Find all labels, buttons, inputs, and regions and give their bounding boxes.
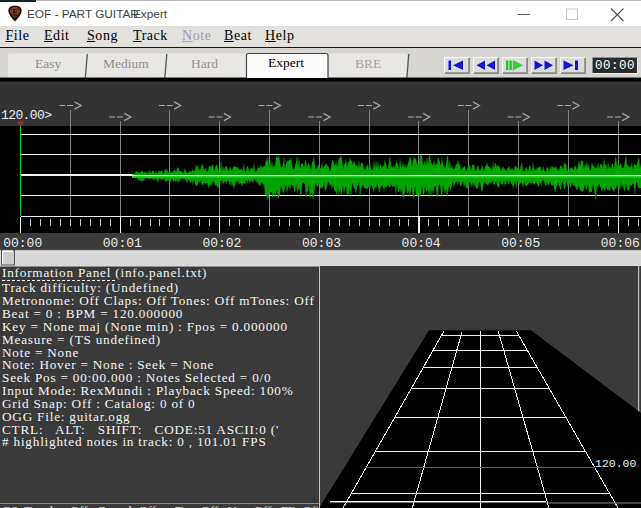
svg-text:00:03: 00:03 <box>302 236 341 251</box>
svg-text:00:06: 00:06 <box>601 236 640 251</box>
svg-text:120.00>: 120.00> <box>1 108 52 123</box>
svg-text:00:04: 00:04 <box>402 236 441 251</box>
svg-text:00:05: 00:05 <box>501 236 540 251</box>
svg-text:00:01: 00:01 <box>103 236 142 251</box>
svg-text:00:00: 00:00 <box>3 236 42 251</box>
svg-text:120.00: 120.00 <box>595 457 637 470</box>
svg-text:00:02: 00:02 <box>202 236 241 251</box>
